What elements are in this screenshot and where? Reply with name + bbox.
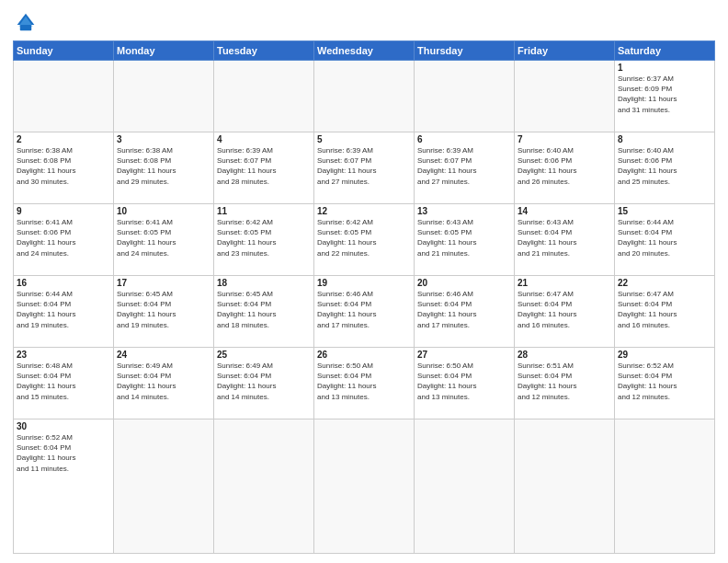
day-number: 15 — [618, 206, 711, 216]
day-info: Sunrise: 6:45 AM Sunset: 6:04 PM Dayligh… — [217, 289, 311, 330]
day-info: Sunrise: 6:42 AM Sunset: 6:05 PM Dayligh… — [317, 217, 411, 259]
header — [13, 9, 715, 35]
day-cell: 20Sunrise: 6:46 AM Sunset: 6:04 PM Dayli… — [415, 276, 515, 348]
day-cell: 9Sunrise: 6:41 AM Sunset: 6:06 PM Daylig… — [14, 204, 114, 276]
day-cell — [415, 61, 515, 132]
day-cell: 27Sunrise: 6:50 AM Sunset: 6:04 PM Dayli… — [415, 348, 515, 419]
weekday-header-sunday: Sunday — [14, 41, 114, 61]
day-info: Sunrise: 6:39 AM Sunset: 6:07 PM Dayligh… — [317, 145, 411, 187]
day-cell — [615, 419, 715, 554]
day-info: Sunrise: 6:43 AM Sunset: 6:05 PM Dayligh… — [417, 217, 511, 259]
day-number: 10 — [117, 206, 210, 216]
day-number: 25 — [217, 350, 311, 360]
day-info: Sunrise: 6:38 AM Sunset: 6:08 PM Dayligh… — [117, 145, 210, 187]
day-number: 13 — [417, 206, 511, 216]
day-number: 19 — [317, 278, 411, 288]
day-number: 30 — [17, 421, 110, 431]
day-cell: 29Sunrise: 6:52 AM Sunset: 6:04 PM Dayli… — [615, 348, 715, 419]
day-info: Sunrise: 6:45 AM Sunset: 6:04 PM Dayligh… — [117, 289, 210, 330]
day-number: 21 — [518, 278, 611, 288]
day-info: Sunrise: 6:50 AM Sunset: 6:04 PM Dayligh… — [317, 361, 411, 402]
day-cell — [515, 419, 615, 554]
day-info: Sunrise: 6:38 AM Sunset: 6:08 PM Dayligh… — [17, 145, 110, 187]
day-number: 18 — [217, 278, 311, 288]
week-row-1: 1Sunrise: 6:37 AM Sunset: 6:09 PM Daylig… — [14, 61, 715, 132]
day-number: 23 — [17, 350, 110, 360]
day-cell: 12Sunrise: 6:42 AM Sunset: 6:05 PM Dayli… — [314, 204, 415, 276]
day-number: 1 — [618, 63, 711, 73]
calendar-table: SundayMondayTuesdayWednesdayThursdayFrid… — [13, 40, 715, 554]
day-number: 28 — [518, 350, 611, 360]
day-info: Sunrise: 6:47 AM Sunset: 6:04 PM Dayligh… — [518, 289, 611, 330]
day-number: 8 — [618, 134, 711, 144]
day-number: 7 — [518, 134, 611, 144]
day-number: 12 — [317, 206, 411, 216]
day-info: Sunrise: 6:47 AM Sunset: 6:04 PM Dayligh… — [618, 289, 711, 330]
day-number: 29 — [618, 350, 711, 360]
day-cell: 6Sunrise: 6:39 AM Sunset: 6:07 PM Daylig… — [415, 132, 515, 204]
day-info: Sunrise: 6:48 AM Sunset: 6:04 PM Dayligh… — [17, 361, 110, 402]
day-cell: 16Sunrise: 6:44 AM Sunset: 6:04 PM Dayli… — [14, 276, 114, 348]
day-cell: 8Sunrise: 6:40 AM Sunset: 6:06 PM Daylig… — [615, 132, 715, 204]
day-cell — [114, 61, 214, 132]
day-number: 20 — [417, 278, 511, 288]
day-info: Sunrise: 6:49 AM Sunset: 6:04 PM Dayligh… — [117, 361, 210, 402]
day-number: 2 — [17, 134, 110, 144]
day-number: 6 — [417, 134, 511, 144]
day-info: Sunrise: 6:50 AM Sunset: 6:04 PM Dayligh… — [417, 361, 511, 402]
day-cell — [14, 61, 114, 132]
day-number: 9 — [17, 206, 110, 216]
day-info: Sunrise: 6:44 AM Sunset: 6:04 PM Dayligh… — [618, 217, 711, 259]
day-cell: 13Sunrise: 6:43 AM Sunset: 6:05 PM Dayli… — [415, 204, 515, 276]
day-info: Sunrise: 6:46 AM Sunset: 6:04 PM Dayligh… — [317, 289, 411, 330]
day-info: Sunrise: 6:46 AM Sunset: 6:04 PM Dayligh… — [417, 289, 511, 330]
day-number: 24 — [117, 350, 210, 360]
week-row-2: 2Sunrise: 6:38 AM Sunset: 6:08 PM Daylig… — [14, 132, 715, 204]
day-cell: 3Sunrise: 6:38 AM Sunset: 6:08 PM Daylig… — [114, 132, 214, 204]
day-cell: 5Sunrise: 6:39 AM Sunset: 6:07 PM Daylig… — [314, 132, 415, 204]
day-cell — [515, 61, 615, 132]
weekday-header-tuesday: Tuesday — [214, 41, 314, 61]
week-row-5: 23Sunrise: 6:48 AM Sunset: 6:04 PM Dayli… — [14, 348, 715, 419]
day-info: Sunrise: 6:40 AM Sunset: 6:06 PM Dayligh… — [518, 145, 611, 187]
day-info: Sunrise: 6:52 AM Sunset: 6:04 PM Dayligh… — [17, 432, 110, 474]
day-number: 14 — [518, 206, 611, 216]
weekday-header-wednesday: Wednesday — [314, 41, 415, 61]
day-cell: 23Sunrise: 6:48 AM Sunset: 6:04 PM Dayli… — [14, 348, 114, 419]
weekday-header-monday: Monday — [114, 41, 214, 61]
day-info: Sunrise: 6:51 AM Sunset: 6:04 PM Dayligh… — [518, 361, 611, 402]
day-cell — [214, 419, 314, 554]
day-info: Sunrise: 6:52 AM Sunset: 6:04 PM Dayligh… — [618, 361, 711, 402]
day-number: 16 — [17, 278, 110, 288]
day-cell: 17Sunrise: 6:45 AM Sunset: 6:04 PM Dayli… — [114, 276, 214, 348]
day-info: Sunrise: 6:40 AM Sunset: 6:06 PM Dayligh… — [618, 145, 711, 187]
day-cell — [114, 419, 214, 554]
day-cell: 19Sunrise: 6:46 AM Sunset: 6:04 PM Dayli… — [314, 276, 415, 348]
day-cell: 21Sunrise: 6:47 AM Sunset: 6:04 PM Dayli… — [515, 276, 615, 348]
day-info: Sunrise: 6:37 AM Sunset: 6:09 PM Dayligh… — [618, 74, 711, 115]
day-cell: 18Sunrise: 6:45 AM Sunset: 6:04 PM Dayli… — [214, 276, 314, 348]
day-cell — [314, 61, 415, 132]
day-info: Sunrise: 6:41 AM Sunset: 6:06 PM Dayligh… — [17, 217, 110, 259]
week-row-6: 30Sunrise: 6:52 AM Sunset: 6:04 PM Dayli… — [14, 419, 715, 554]
weekday-header-thursday: Thursday — [415, 41, 515, 61]
day-cell: 24Sunrise: 6:49 AM Sunset: 6:04 PM Dayli… — [114, 348, 214, 419]
week-row-3: 9Sunrise: 6:41 AM Sunset: 6:06 PM Daylig… — [14, 204, 715, 276]
logo — [13, 9, 42, 35]
day-cell: 28Sunrise: 6:51 AM Sunset: 6:04 PM Dayli… — [515, 348, 615, 419]
day-number: 3 — [117, 134, 210, 144]
page: SundayMondayTuesdayWednesdayThursdayFrid… — [0, 0, 728, 563]
day-cell — [314, 419, 415, 554]
day-cell — [214, 61, 314, 132]
day-number: 5 — [317, 134, 411, 144]
day-cell: 1Sunrise: 6:37 AM Sunset: 6:09 PM Daylig… — [615, 61, 715, 132]
day-cell: 30Sunrise: 6:52 AM Sunset: 6:04 PM Dayli… — [14, 419, 114, 554]
day-cell: 22Sunrise: 6:47 AM Sunset: 6:04 PM Dayli… — [615, 276, 715, 348]
week-row-4: 16Sunrise: 6:44 AM Sunset: 6:04 PM Dayli… — [14, 276, 715, 348]
logo-icon — [13, 9, 39, 35]
day-info: Sunrise: 6:39 AM Sunset: 6:07 PM Dayligh… — [417, 145, 511, 187]
svg-rect-2 — [20, 25, 31, 30]
day-cell: 10Sunrise: 6:41 AM Sunset: 6:05 PM Dayli… — [114, 204, 214, 276]
day-info: Sunrise: 6:43 AM Sunset: 6:04 PM Dayligh… — [518, 217, 611, 259]
weekday-header-saturday: Saturday — [615, 41, 715, 61]
